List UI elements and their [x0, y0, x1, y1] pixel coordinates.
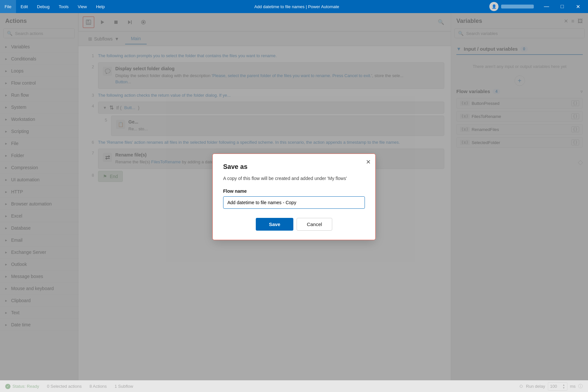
- menu-edit[interactable]: Edit: [16, 0, 32, 13]
- menu-view[interactable]: View: [73, 0, 91, 13]
- menu-tools[interactable]: Tools: [54, 0, 73, 13]
- subflow-count: 1 Subflow: [115, 384, 133, 389]
- run-delay-input[interactable]: 100 ▲ ▼: [548, 382, 567, 391]
- user-area: 👤: [484, 2, 539, 11]
- modal-close-button[interactable]: ✕: [366, 158, 371, 166]
- status-text: Status: Ready: [12, 384, 39, 389]
- selected-actions-count: 0 Selected actions: [47, 384, 82, 389]
- run-delay-spinners[interactable]: ▲ ▼: [563, 384, 565, 389]
- window-controls: — □ ✕: [539, 0, 588, 13]
- minimize-button[interactable]: —: [539, 0, 554, 13]
- run-delay-label: Run delay: [526, 384, 545, 389]
- run-delay-unit: ms: [570, 384, 576, 389]
- run-delay-icon: ⏲: [519, 384, 523, 389]
- modal-description: A copy of this flow will be created and …: [223, 175, 365, 182]
- modal-overlay: ✕ Save as A copy of this flow will be cr…: [0, 13, 588, 380]
- info-icon: ⓘ: [578, 384, 583, 389]
- menu-help[interactable]: Help: [91, 0, 109, 13]
- flow-name-input[interactable]: [223, 196, 365, 209]
- modal-actions: Save Cancel: [223, 218, 365, 231]
- user-name: [501, 5, 534, 8]
- menu-file[interactable]: File: [0, 0, 16, 13]
- menu-debug[interactable]: Debug: [32, 0, 54, 13]
- status-bar: ✓ Status: Ready 0 Selected actions 8 Act…: [0, 380, 588, 392]
- modal-save-button[interactable]: Save: [256, 218, 293, 231]
- status-ready: ✓ Status: Ready: [5, 384, 39, 389]
- status-dot: ✓: [5, 384, 10, 389]
- modal-title: Save as: [223, 163, 365, 171]
- flow-name-label: Flow name: [223, 188, 365, 194]
- close-button[interactable]: ✕: [570, 0, 585, 13]
- modal-cancel-button[interactable]: Cancel: [297, 218, 332, 231]
- spinner-up-icon[interactable]: ▲: [563, 384, 565, 386]
- run-delay-value: 100: [550, 384, 557, 389]
- window-title: Add datetime to file names | Power Autom…: [109, 4, 484, 9]
- user-avatar: 👤: [489, 2, 498, 11]
- total-actions-count: 8 Actions: [90, 384, 107, 389]
- run-delay: ⏲ Run delay 100 ▲ ▼ ms ⓘ: [519, 382, 583, 391]
- menu-bar: File Edit Debug Tools View Help: [0, 0, 109, 13]
- maximize-button[interactable]: □: [555, 0, 570, 13]
- title-bar: File Edit Debug Tools View Help Add date…: [0, 0, 588, 13]
- spinner-down-icon[interactable]: ▼: [563, 386, 565, 389]
- save-as-dialog: ✕ Save as A copy of this flow will be cr…: [212, 154, 376, 240]
